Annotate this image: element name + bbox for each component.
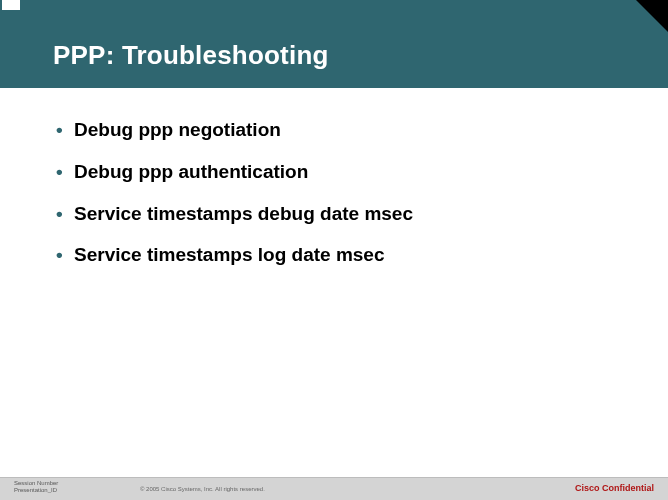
slide-footer: Session Number Presentation_ID © 2005 Ci… [0, 477, 668, 500]
footer-confidential: Cisco Confidential [575, 483, 654, 493]
list-item: Service timestamps debug date msec [50, 202, 618, 226]
slide-title: PPP: Troubleshooting [53, 40, 329, 71]
footer-copyright: © 2005 Cisco Systems, Inc. All rights re… [140, 486, 265, 492]
footer-session-line2: Presentation_ID [14, 487, 58, 494]
footer-session: Session Number Presentation_ID [14, 480, 58, 494]
list-item: Debug ppp authentication [50, 160, 618, 184]
list-item: Debug ppp negotiation [50, 118, 618, 142]
list-item: Service timestamps log date msec [50, 243, 618, 267]
slide-header: PPP: Troubleshooting [0, 0, 668, 88]
bullet-list: Debug ppp negotiation Debug ppp authenti… [50, 118, 618, 267]
footer-session-line1: Session Number [14, 480, 58, 487]
header-tab-decoration [2, 0, 20, 10]
slide-content: Debug ppp negotiation Debug ppp authenti… [0, 88, 668, 267]
corner-fold-icon [636, 0, 668, 32]
